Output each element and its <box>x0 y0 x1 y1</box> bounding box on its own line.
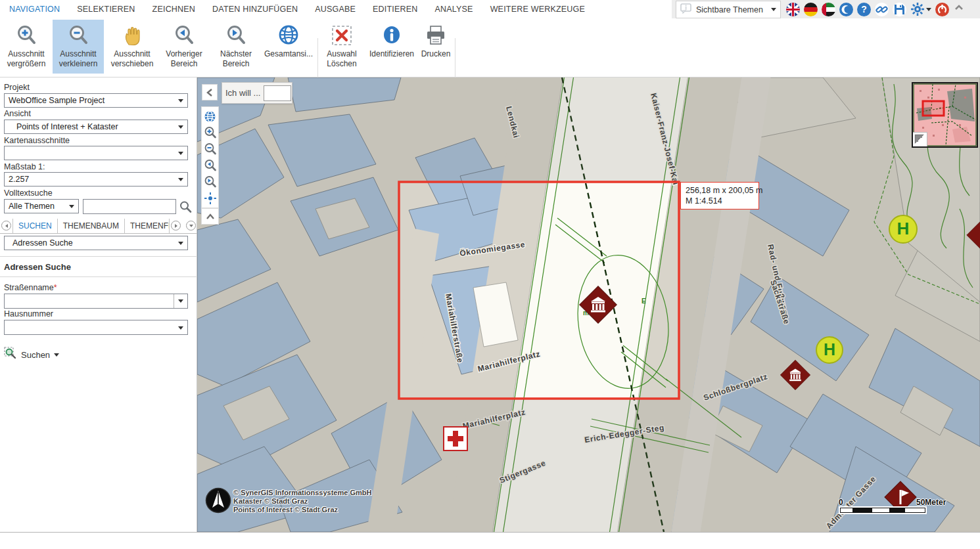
tab-themenbaum[interactable]: THEMENBAUM <box>58 219 125 233</box>
map-extents-label: Kartenausschnitte <box>4 136 70 145</box>
project-label: Projekt <box>4 83 30 92</box>
next-extent-button[interactable]: Nächster Bereich <box>210 20 262 74</box>
street-name-combo[interactable] <box>4 294 188 309</box>
geolocate-icon[interactable] <box>202 191 218 206</box>
fulltext-search-label: Volltextsuche <box>4 188 53 198</box>
fulltext-search-input[interactable] <box>83 199 176 214</box>
panel-collapse-button[interactable] <box>202 84 218 100</box>
tab-zeichnen[interactable]: ZEICHNEN <box>152 5 196 14</box>
tab-analyse[interactable]: ANALYSE <box>434 5 473 14</box>
copyright-line: Kataster © Stadt Graz <box>233 497 371 506</box>
button-label: vergrößern <box>7 59 46 69</box>
clear-selection-button[interactable]: Auswahl Löschen <box>321 20 362 74</box>
map-tool-strip <box>201 106 219 208</box>
tab-suchen[interactable]: SUCHEN <box>12 219 58 233</box>
previous-extent-button[interactable]: Vorheriger Bereich <box>160 20 208 74</box>
map-extents-select[interactable] <box>4 146 188 160</box>
map-copyright: © SynerGIS Informationssysteme GmbH Kata… <box>233 489 371 514</box>
bus-stop-marker[interactable]: H <box>889 215 917 243</box>
crescent-language-icon[interactable] <box>839 3 853 16</box>
project-value: WebOffice Sample Project <box>9 96 105 105</box>
project-select[interactable]: WebOffice Sample Project <box>4 93 188 108</box>
tab-themenfilter[interactable]: THEMENFILTER <box>125 219 170 233</box>
map-canvas: m E E Lendkai Kaiser-Franz-Josef-Kai Rad… <box>197 77 980 532</box>
fulltext-theme-select[interactable]: Alle Themen <box>4 199 79 213</box>
zoom-in-button[interactable]: Ausschnitt vergrößern <box>1 20 51 74</box>
search-type-select[interactable]: Adressen Suche <box>4 236 188 250</box>
zoom-out-icon[interactable] <box>202 142 218 156</box>
settings-gear-icon[interactable] <box>910 2 931 16</box>
required-asterisk: * <box>54 283 57 292</box>
map-green-letter: E <box>642 297 646 305</box>
address-search-button[interactable]: Suchen <box>4 347 59 362</box>
printer-icon <box>425 22 447 49</box>
red-x-selection-icon <box>331 22 353 49</box>
info-circle-icon <box>381 22 403 49</box>
identify-button[interactable]: Identifizieren <box>365 20 419 74</box>
full-extent-icon[interactable] <box>202 109 218 123</box>
visible-themes-label: Sichtbare Themen <box>696 5 767 14</box>
zoom-out-button[interactable]: Ausschnitt verkleinern <box>53 20 104 74</box>
previous-extent-icon[interactable] <box>202 158 218 173</box>
bottom-status-strip <box>0 532 980 549</box>
pan-button[interactable]: Ausschnitt verschieben <box>105 20 159 74</box>
tab-editieren[interactable]: EDITIEREN <box>373 5 417 14</box>
language-arabic-flag-icon[interactable] <box>822 3 835 16</box>
tabs-scroll-right-icon[interactable] <box>171 221 181 231</box>
search-magnifier-icon[interactable] <box>179 200 192 216</box>
view-select[interactable]: Points of Interest + Kataster <box>4 120 188 134</box>
house-number-select[interactable] <box>4 320 188 335</box>
button-label: Drucken <box>421 49 451 59</box>
fulltext-theme-value: Alle Themen <box>9 202 55 211</box>
print-button[interactable]: Drucken <box>419 20 453 74</box>
button-label: Identifizieren <box>369 49 414 59</box>
tab-daten-hinzufuegen[interactable]: DATEN HINZUFÜGEN <box>212 5 298 14</box>
link-icon[interactable] <box>875 3 889 16</box>
scale-select[interactable]: 2.257 <box>4 172 188 187</box>
scale-bar-graphic <box>840 508 925 513</box>
help-icon[interactable]: ? <box>857 3 871 16</box>
street-name-dropdown-icon[interactable] <box>174 294 187 308</box>
tab-ausgabe[interactable]: AUSGABE <box>315 5 356 14</box>
tooltip-scale: M 1:4.514 <box>686 196 754 206</box>
bus-stop-marker[interactable]: H <box>816 337 843 363</box>
visible-themes-dropdown[interactable]: Sichtbare Themen <box>676 1 781 18</box>
overview-extent-rectangle[interactable] <box>923 101 944 116</box>
copyright-line: Points of Interest © Stadt Graz <box>233 506 371 514</box>
view-label: Ansicht <box>4 109 31 118</box>
language-german-flag-icon[interactable] <box>804 3 818 16</box>
search-selection-icon <box>4 347 17 362</box>
ich-will-input[interactable] <box>264 85 291 101</box>
full-extent-button[interactable]: Gesamtansi... <box>263 20 314 74</box>
save-session-icon[interactable] <box>893 3 906 16</box>
collapse-ribbon-icon[interactable] <box>953 2 965 16</box>
tool-strip-collapse-icon[interactable] <box>201 208 219 225</box>
speech-bubble-info-icon <box>680 3 692 16</box>
svg-text:H: H <box>824 340 835 359</box>
language-english-flag-icon[interactable] <box>786 3 800 16</box>
search-button-caret-icon <box>54 353 59 357</box>
overview-resize-handle[interactable] <box>913 132 927 146</box>
scale-bar-max: 50Meter <box>916 498 946 507</box>
tabs-scroll-left-icon[interactable] <box>1 221 11 231</box>
tabs-more-icon[interactable] <box>186 221 196 231</box>
tab-selektieren[interactable]: SELEKTIEREN <box>77 5 135 14</box>
ich-will-label: Ich will ... <box>225 88 260 98</box>
scale-label: Maßstab 1: <box>4 162 45 171</box>
pharmacy-cross-marker[interactable] <box>444 427 467 450</box>
tab-navigation[interactable]: NAVIGATION <box>9 5 60 14</box>
street-name-input[interactable] <box>5 294 173 308</box>
overview-map[interactable] <box>912 82 978 148</box>
next-extent-icon[interactable] <box>202 175 218 189</box>
button-label: verschieben <box>111 59 154 69</box>
map-viewport[interactable]: m E E Lendkai Kaiser-Franz-Josef-Kai Rad… <box>197 77 980 532</box>
magnifier-minus-icon <box>67 22 89 49</box>
search-button-label: Suchen <box>21 350 50 360</box>
button-label: Löschen <box>327 59 356 69</box>
logout-power-icon[interactable] <box>935 3 949 16</box>
button-label: Auswahl <box>327 49 356 59</box>
ich-will-quick-command[interactable]: Ich will ... <box>222 82 292 104</box>
tab-weitere-werkzeuge[interactable]: WEITERE WERKZEUGE <box>490 5 585 14</box>
button-label: Gesamtansi... <box>264 49 313 59</box>
zoom-in-icon[interactable] <box>202 125 218 140</box>
